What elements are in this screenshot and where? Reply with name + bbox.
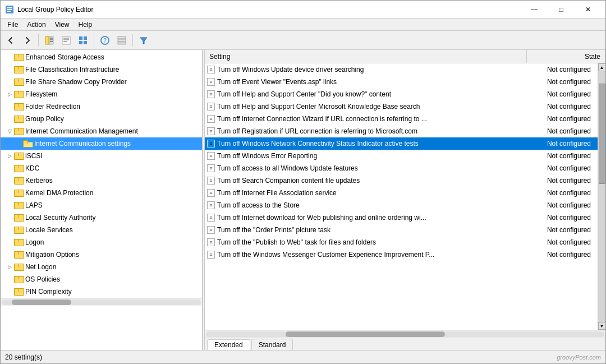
folder-open-icon <box>23 139 32 148</box>
policy-icon <box>205 150 217 162</box>
maximize-button[interactable]: □ <box>548 1 574 19</box>
tree-item-kernel-dma[interactable]: Kernel DMA Protection <box>1 187 202 199</box>
tree-item-logon[interactable]: Logon <box>1 236 202 248</box>
scrollbar-thumb[interactable] <box>599 84 605 184</box>
h-scrollbar-thumb[interactable] <box>286 331 445 337</box>
menu-action[interactable]: Action <box>22 19 50 31</box>
h-scrollbar-track[interactable] <box>206 331 604 337</box>
forward-button[interactable] <box>20 33 35 48</box>
list-wrapper: Turn off Windows Update device driver se… <box>205 63 605 330</box>
list-row[interactable]: Turn off Internet File Association servi… <box>205 187 598 199</box>
list-row[interactable]: Turn off Windows Update device driver se… <box>205 63 598 76</box>
list-view-button[interactable] <box>75 33 91 48</box>
folder-icon <box>14 164 23 173</box>
scrollbar-up-button[interactable]: ▲ <box>598 63 606 71</box>
folder-icon <box>14 238 23 247</box>
tree-item-locale-services[interactable]: Locale Services <box>1 224 202 236</box>
tree-item-internet-comm-settings[interactable]: Internet Communication settings <box>1 137 202 150</box>
tree-horizontal-scrollbar[interactable] <box>1 298 202 306</box>
list-row[interactable]: Turn off Help and Support Center Microso… <box>205 100 598 113</box>
list-row[interactable]: Turn off Registration if URL connection … <box>205 125 598 137</box>
svg-rect-3 <box>7 11 11 12</box>
tree-item-enhanced-storage[interactable]: Enhanced Storage Access <box>1 51 202 63</box>
list-row[interactable]: Turn off access to all Windows Update fe… <box>205 162 598 174</box>
window-title: Local Group Policy Editor <box>17 6 521 13</box>
tree-item-iscsi[interactable]: ▷ iSCSI <box>1 150 202 162</box>
tree-item-group-policy[interactable]: Group Policy <box>1 113 202 125</box>
tree-pane[interactable]: Enhanced Storage Access File Classificat… <box>1 50 203 350</box>
list-row[interactable]: Turn off Internet Connection Wizard if U… <box>205 113 598 125</box>
list-horizontal-scrollbar[interactable] <box>205 330 605 338</box>
list-row-selected[interactable]: Turn off Windows Network Connectivity St… <box>205 137 598 150</box>
filter-button[interactable] <box>136 33 152 48</box>
list-row[interactable]: Turn off the Windows Messenger Customer … <box>205 248 598 261</box>
tree-item-kdc[interactable]: KDC <box>1 162 202 174</box>
app-icon <box>5 5 14 14</box>
policy-icon <box>205 248 217 261</box>
back-button[interactable] <box>3 33 19 48</box>
folder-icon <box>14 188 23 197</box>
list-vertical-scrollbar[interactable]: ▲ ▼ <box>598 63 605 330</box>
list-body[interactable]: Turn off Windows Update device driver se… <box>205 63 598 330</box>
folder-icon <box>14 275 23 284</box>
scrollbar-track[interactable] <box>598 71 606 322</box>
list-row[interactable]: Turn off Help and Support Center "Did yo… <box>205 88 598 100</box>
menu-file[interactable]: File <box>3 19 22 31</box>
show-hide-button[interactable] <box>42 33 57 48</box>
svg-rect-5 <box>49 36 53 44</box>
policy-icon <box>205 174 217 187</box>
tree-item-file-share[interactable]: File Share Shadow Copy Provider <box>1 76 202 88</box>
folder-icon <box>14 176 23 185</box>
policy-icon <box>205 137 217 150</box>
tree-item-file-classification[interactable]: File Classification Infrastructure <box>1 63 202 76</box>
header-state[interactable]: State <box>527 50 605 63</box>
toolbar-separator-3 <box>132 34 133 47</box>
folder-icon <box>14 201 23 210</box>
tree-item-os-policies[interactable]: OS Policies <box>1 273 202 285</box>
tree-item-filesystem[interactable]: ▷ Filesystem <box>1 88 202 100</box>
list-row[interactable]: Turn off the "Order Prints" picture task… <box>205 224 598 236</box>
folder-icon <box>14 127 23 136</box>
scrollbar-down-button[interactable]: ▼ <box>598 322 606 330</box>
tree-item-kerberos[interactable]: Kerberos <box>1 174 202 187</box>
tab-bar: Extended Standard <box>205 338 605 350</box>
list-row[interactable]: Turn off Windows Error Reporting Not con… <box>205 150 598 162</box>
status-count: 20 setting(s) <box>5 353 42 361</box>
policy-icon <box>205 113 217 125</box>
list-row[interactable]: Turn off Event Viewer "Events.asp" links… <box>205 76 598 88</box>
svg-rect-9 <box>62 36 70 44</box>
tree-item-net-logon[interactable]: ▷ Net Logon <box>1 261 202 273</box>
policy-icon <box>205 125 217 137</box>
minimize-button[interactable]: — <box>521 1 547 19</box>
tree-item-pin-complexity[interactable]: PIN Complexity <box>1 285 202 298</box>
policy-icon <box>205 199 217 211</box>
list-row[interactable]: Turn off Search Companion content file u… <box>205 174 598 187</box>
help-button[interactable]: ? <box>97 33 113 48</box>
tree-item-internet-comm[interactable]: ▽ Internet Communication Management <box>1 125 202 137</box>
tree-item-local-security[interactable]: Local Security Authority <box>1 211 202 224</box>
tree-item-laps[interactable]: LAPS <box>1 199 202 211</box>
menu-help[interactable]: Help <box>74 19 97 31</box>
tree-item-mitigation[interactable]: Mitigation Options <box>1 248 202 261</box>
tab-standard[interactable]: Standard <box>251 339 293 350</box>
svg-rect-1 <box>7 7 12 8</box>
folder-icon <box>14 114 23 123</box>
list-row[interactable]: Turn off Internet download for Web publi… <box>205 211 598 224</box>
main-window: Local Group Policy Editor — □ ✕ File Act… <box>0 0 606 364</box>
detail-view-button[interactable] <box>114 33 130 48</box>
list-row[interactable]: Turn off access to the Store Not configu… <box>205 199 598 211</box>
tab-extended[interactable]: Extended <box>207 339 250 350</box>
svg-text:?: ? <box>103 38 107 44</box>
toolbar: ? <box>1 31 605 50</box>
menu-view[interactable]: View <box>50 19 74 31</box>
header-setting[interactable]: Setting <box>205 50 527 63</box>
list-pane: Setting State Turn off Windows Update de… <box>205 50 605 350</box>
close-button[interactable]: ✕ <box>575 1 601 19</box>
main-content: Enhanced Storage Access File Classificat… <box>1 50 605 350</box>
tree-item-folder-redirection[interactable]: Folder Redirection <box>1 100 202 113</box>
folder-icon <box>14 151 23 160</box>
policy-icon <box>205 236 217 248</box>
title-bar: Local Group Policy Editor — □ ✕ <box>1 1 605 19</box>
list-row[interactable]: Turn off the "Publish to Web" task for f… <box>205 236 598 248</box>
properties-view-button[interactable] <box>58 33 74 48</box>
